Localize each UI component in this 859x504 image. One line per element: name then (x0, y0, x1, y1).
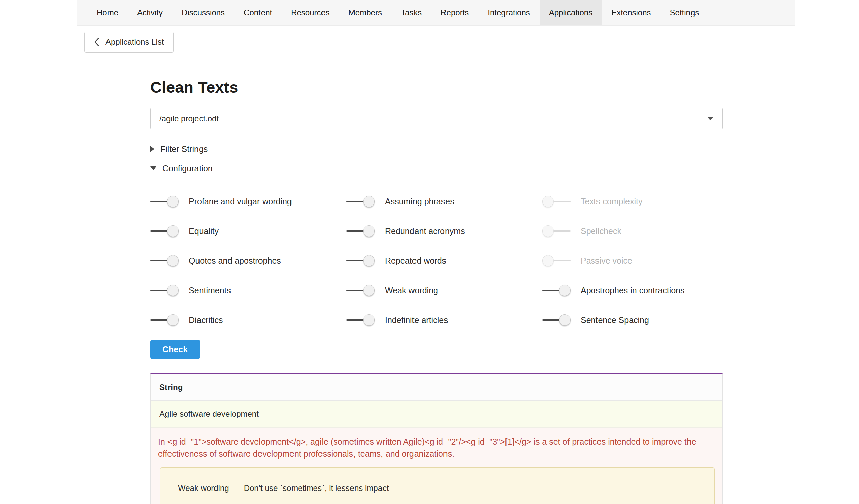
nav-item-members[interactable]: Members (339, 0, 392, 25)
toggle-label: Sentiments (189, 286, 231, 295)
toggle-switch-repeated-words[interactable] (346, 255, 375, 266)
toggle-label: Quotes and apostrophes (189, 256, 281, 266)
error-text-block: In <g id="1">software development</g>, a… (151, 428, 722, 504)
nav-item-activity[interactable]: Activity (128, 0, 172, 25)
toggle-label: Spellcheck (581, 226, 621, 236)
toggle-item-texts-complexity: Texts complexity (542, 196, 723, 207)
results-header: String (151, 374, 722, 400)
string-title-row[interactable]: Agile software development (151, 400, 722, 428)
toggle-switch-assuming-phrases[interactable] (346, 196, 375, 207)
switch-knob[interactable] (363, 255, 375, 266)
back-button-label: Applications List (105, 37, 164, 47)
toggle-label: Repeated words (385, 256, 446, 266)
toggle-label: Profane and vulgar wording (189, 197, 292, 207)
filter-strings-label: Filter Strings (161, 144, 208, 154)
switch-knob[interactable] (542, 225, 554, 237)
chevron-left-icon (94, 37, 100, 47)
toggle-item-weak-wording: Weak wording (346, 285, 542, 296)
configuration-label: Configuration (163, 164, 213, 173)
toggle-item-passive-voice: Passive voice (542, 255, 723, 266)
nav-item-resources[interactable]: Resources (282, 0, 339, 25)
nav-item-discussions[interactable]: Discussions (172, 0, 234, 25)
toggle-item-redundant-acronyms: Redundant acronyms (346, 225, 542, 237)
toggle-item-indefinite-articles: Indefinite articles (346, 314, 542, 326)
toggle-switch-apostrophes-in-contractions[interactable] (542, 285, 571, 296)
toggle-switch-passive-voice[interactable] (542, 255, 571, 266)
nav-item-extensions[interactable]: Extensions (602, 0, 660, 25)
toggle-label: Apostrophes in contractions (581, 286, 685, 295)
switch-knob[interactable] (363, 285, 375, 296)
switch-knob[interactable] (167, 255, 179, 266)
switch-knob[interactable] (167, 225, 179, 237)
switch-knob[interactable] (363, 196, 375, 207)
switch-knob[interactable] (363, 225, 375, 237)
applications-list-back-button[interactable]: Applications List (84, 32, 174, 52)
toggle-label: Redundant acronyms (385, 226, 465, 236)
toggle-switch-profane-and-vulgar-wording[interactable] (150, 196, 179, 207)
toggle-item-sentence-spacing: Sentence Spacing (542, 314, 723, 326)
switch-knob[interactable] (363, 314, 375, 326)
switch-knob[interactable] (559, 285, 571, 296)
nav-item-integrations[interactable]: Integrations (478, 0, 539, 25)
toggle-switch-texts-complexity[interactable] (542, 196, 571, 207)
toggle-switch-diacritics[interactable] (150, 314, 179, 326)
main-content: Clean Texts /agile project.odt Filter St… (150, 55, 723, 504)
toggle-label: Equality (189, 226, 219, 236)
toggle-label: Assuming phrases (385, 197, 454, 207)
toggle-switch-indefinite-articles[interactable] (346, 314, 375, 326)
toggle-label: Passive voice (581, 256, 632, 266)
configuration-section-toggle[interactable]: Configuration (150, 163, 723, 174)
toggle-label: Indefinite articles (385, 315, 448, 325)
nav-item-applications[interactable]: Applications (540, 0, 602, 25)
check-button[interactable]: Check (150, 340, 200, 359)
toggle-switch-spellcheck[interactable] (542, 225, 571, 237)
toggle-item-apostrophes-in-contractions: Apostrophes in contractions (542, 285, 723, 296)
page-title: Clean Texts (150, 78, 723, 96)
issue-box: Weak wording Don't use `sometimes`, it l… (160, 467, 715, 504)
issue-type: Weak wording (178, 484, 229, 493)
toggle-label: Texts complexity (581, 197, 642, 207)
error-text: In <g id="1">software development</g>, a… (158, 436, 713, 460)
toggle-item-repeated-words: Repeated words (346, 255, 542, 266)
triangle-right-icon (150, 146, 154, 152)
toggle-switch-equality[interactable] (150, 225, 179, 237)
toggle-item-assuming-phrases: Assuming phrases (346, 196, 542, 207)
nav-item-settings[interactable]: Settings (661, 0, 709, 25)
results-panel: String Agile software development In <g … (150, 372, 723, 504)
subheader: Applications List (77, 26, 795, 55)
toggle-item-quotes-and-apostrophes: Quotes and apostrophes (150, 255, 346, 266)
issue-message: Don't use `sometimes`, it lessens impact (244, 484, 389, 493)
toggle-item-spellcheck: Spellcheck (542, 225, 723, 237)
switch-knob[interactable] (167, 285, 179, 296)
caret-down-icon (707, 117, 713, 120)
nav-item-content[interactable]: Content (234, 0, 282, 25)
file-select-value: /agile project.odt (160, 114, 219, 123)
filter-strings-section-toggle[interactable]: Filter Strings (150, 143, 723, 154)
toggle-label: Sentence Spacing (581, 315, 649, 325)
toggle-item-sentiments: Sentiments (150, 285, 346, 296)
nav-item-home[interactable]: Home (87, 0, 128, 25)
toggle-label: Diacritics (189, 315, 223, 325)
toggle-item-profane-and-vulgar-wording: Profane and vulgar wording (150, 196, 346, 207)
configuration-toggle-grid: Profane and vulgar wordingAssuming phras… (150, 187, 723, 335)
toggle-switch-quotes-and-apostrophes[interactable] (150, 255, 179, 266)
file-select[interactable]: /agile project.odt (150, 108, 723, 129)
app-container: HomeActivityDiscussionsContentResourcesM… (77, 0, 795, 504)
toggle-switch-sentence-spacing[interactable] (542, 314, 571, 326)
toggle-item-diacritics: Diacritics (150, 314, 346, 326)
switch-knob[interactable] (542, 255, 554, 266)
switch-knob[interactable] (559, 314, 571, 326)
top-nav: HomeActivityDiscussionsContentResourcesM… (77, 0, 795, 26)
toggle-item-equality: Equality (150, 225, 346, 237)
toggle-label: Weak wording (385, 286, 438, 295)
switch-knob[interactable] (167, 314, 179, 326)
triangle-down-icon (150, 166, 156, 170)
nav-item-tasks[interactable]: Tasks (392, 0, 431, 25)
switch-knob[interactable] (167, 196, 179, 207)
toggle-switch-redundant-acronyms[interactable] (346, 225, 375, 237)
toggle-switch-weak-wording[interactable] (346, 285, 375, 296)
toggle-switch-sentiments[interactable] (150, 285, 179, 296)
switch-knob[interactable] (542, 196, 554, 207)
nav-item-reports[interactable]: Reports (431, 0, 478, 25)
